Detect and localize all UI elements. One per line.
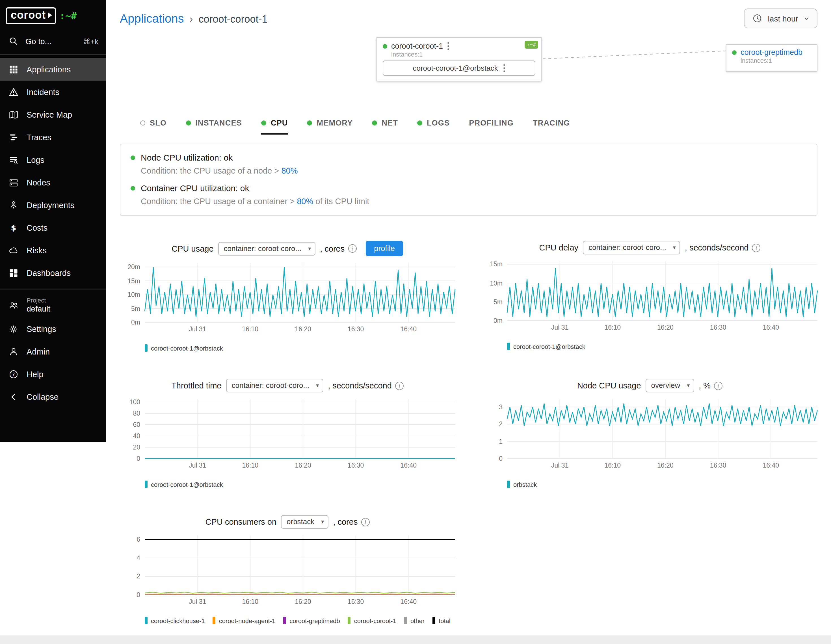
tab-tracing[interactable]: TRACING: [533, 119, 570, 135]
coroot-logo[interactable]: coroot :~#: [0, 0, 106, 30]
sidebar: coroot :~# Go to... ⌘+k ApplicationsInci…: [0, 0, 106, 442]
legend-item-other[interactable]: other: [404, 617, 425, 624]
status-ok-dot: [131, 186, 135, 190]
tab-memory[interactable]: MEMORY: [307, 119, 353, 135]
tab-instances[interactable]: INSTANCES: [186, 119, 242, 135]
y-axis-label: 5m: [482, 298, 503, 305]
chart-canvas[interactable]: [507, 261, 817, 320]
kebab-menu-icon[interactable]: [503, 64, 505, 72]
legend-swatch: [145, 481, 148, 488]
goto-shortcut: ⌘+k: [83, 37, 99, 46]
chart-canvas[interactable]: [145, 536, 455, 595]
help-icon: ?: [8, 369, 19, 379]
sidebar-item-label: Risks: [27, 246, 47, 255]
dollar-icon: $: [8, 223, 19, 233]
info-icon[interactable]: i: [348, 244, 357, 253]
legend-item-coroot-clickhouse-1[interactable]: coroot-clickhouse-1: [145, 617, 205, 624]
sidebar-item-dashboards[interactable]: Dashboards: [0, 262, 106, 284]
chart-title-text: CPU consumers on: [205, 517, 277, 526]
legend-label: coroot-coroot-1@orbstack: [151, 344, 223, 351]
legend-item-coroot-coroot-1-orbstack[interactable]: coroot-coroot-1@orbstack: [145, 481, 223, 488]
info-icon[interactable]: i: [752, 244, 761, 252]
legend-item-coroot-coroot-1-orbstack[interactable]: coroot-coroot-1@orbstack: [507, 343, 585, 350]
x-axis-label: 16:10: [242, 462, 259, 469]
condition-threshold[interactable]: 80%: [297, 197, 313, 206]
time-range-picker[interactable]: last hour: [744, 8, 817, 28]
tab-cpu[interactable]: CPU: [261, 119, 288, 135]
legend-item-coroot-coroot-1-orbstack[interactable]: coroot-coroot-1@orbstack: [145, 344, 223, 352]
chart-selector-value: container: coroot-coro...: [224, 244, 302, 252]
sidebar-item-deployments[interactable]: Deployments: [0, 194, 106, 217]
sidebar-item-incidents[interactable]: Incidents: [0, 81, 106, 104]
chart-selector-dropdown[interactable]: overview▾: [646, 379, 694, 392]
goto-search[interactable]: Go to... ⌘+k: [0, 30, 106, 53]
legend-item-coroot-coroot-1[interactable]: coroot-coroot-1: [348, 617, 396, 624]
goto-label: Go to...: [25, 37, 51, 46]
chart-selector-value: container: coroot-coro...: [231, 381, 309, 390]
sidebar-item-nodes[interactable]: Nodes: [0, 171, 106, 194]
chart-plot: 0m5m10m15mJul 3116:1016:2016:3016:40: [482, 261, 817, 336]
x-axis-label: 16:20: [295, 326, 311, 332]
chart-canvas[interactable]: [145, 399, 455, 459]
status-ok-dot: [732, 50, 737, 54]
info-icon[interactable]: i: [714, 381, 723, 390]
chart-plot: 0123Jul 3116:1016:2016:3016:40: [482, 399, 817, 474]
chart-selector-dropdown[interactable]: container: coroot-coro...▾: [218, 242, 316, 255]
kebab-menu-icon[interactable]: [447, 42, 449, 50]
x-axis-label: Jul 31: [189, 462, 206, 469]
chart-title-text: CPU usage: [172, 244, 213, 253]
y-axis-label: 0m: [482, 317, 503, 324]
tab-logs[interactable]: LOGS: [417, 119, 450, 135]
sidebar-item-traces[interactable]: Traces: [0, 126, 106, 149]
breadcrumb-applications-link[interactable]: Applications: [120, 11, 184, 25]
chart-selector-dropdown[interactable]: orbstack▾: [281, 515, 328, 529]
info-icon[interactable]: i: [395, 381, 404, 390]
y-axis-label: 2: [482, 421, 503, 427]
sidebar-item-costs[interactable]: $Costs: [0, 217, 106, 239]
condition-threshold[interactable]: 80%: [281, 166, 298, 175]
sidebar-item-project[interactable]: Project default: [0, 293, 106, 318]
chart-selector-dropdown[interactable]: container: coroot-coro...▾: [226, 379, 323, 392]
status-ok-dot: [261, 120, 266, 126]
tab-slo[interactable]: SLO: [140, 119, 167, 135]
sidebar-item-service-map[interactable]: Service Map: [0, 104, 106, 126]
chart-selector-dropdown[interactable]: container: coroot-coro...▾: [583, 241, 680, 254]
collapse-label: Collapse: [27, 392, 59, 402]
breadcrumb-separator: ›: [189, 13, 193, 25]
sidebar-item-risks[interactable]: Risks: [0, 239, 106, 262]
legend-item-total[interactable]: total: [433, 617, 451, 624]
tab-net[interactable]: NET: [372, 119, 398, 135]
legend-item-orbstack[interactable]: orbstack: [507, 481, 537, 488]
sidebar-item-applications[interactable]: Applications: [0, 58, 106, 81]
x-axis-label: 16:10: [242, 598, 259, 605]
sidebar-item-label: Traces: [27, 133, 51, 142]
profile-button[interactable]: profile: [366, 241, 403, 256]
sidebar-item-admin[interactable]: Admin: [0, 340, 106, 363]
sidebar-item-settings[interactable]: Settings: [0, 318, 106, 340]
tab-profiling[interactable]: PROFILING: [469, 119, 514, 135]
chart-canvas[interactable]: [145, 263, 455, 322]
x-axis-label: 16:30: [348, 598, 364, 605]
peer-node-header: coroot-greptimedb: [732, 48, 811, 57]
app-instance-item[interactable]: coroot-coroot-1@orbstack: [383, 61, 535, 76]
info-icon[interactable]: i: [361, 518, 369, 526]
sidebar-item-logs[interactable]: Logs: [0, 149, 106, 171]
sidebar-collapse-button[interactable]: Collapse: [0, 386, 106, 408]
clock-icon: [751, 14, 763, 23]
sidebar-item-label: Deployments: [27, 201, 74, 210]
peer-node-link[interactable]: coroot-greptimedb: [740, 48, 802, 57]
page-title: coroot-coroot-1: [198, 13, 267, 25]
chart-canvas[interactable]: [507, 399, 817, 459]
chart-unit-text: , cores: [320, 244, 345, 253]
legend-item-coroot-node-agent-1[interactable]: coroot-node-agent-1: [213, 617, 275, 624]
sidebar-item-help[interactable]: ?Help: [0, 363, 106, 386]
x-axis-label: 16:30: [710, 462, 726, 469]
service-map-app-node[interactable]: :~# coroot-coroot-1 instances:1 coroot-c…: [376, 37, 541, 81]
status-empty-dot: [140, 120, 145, 126]
legend-label: orbstack: [513, 481, 537, 488]
service-map-peer-node[interactable]: coroot-greptimedb instances:1: [726, 44, 817, 72]
legend-item-coroot-greptimedb[interactable]: coroot-greptimedb: [283, 617, 340, 624]
y-axis-label: 80: [120, 410, 140, 417]
divider: [0, 54, 106, 55]
app-node-header: coroot-coroot-1: [383, 42, 535, 50]
